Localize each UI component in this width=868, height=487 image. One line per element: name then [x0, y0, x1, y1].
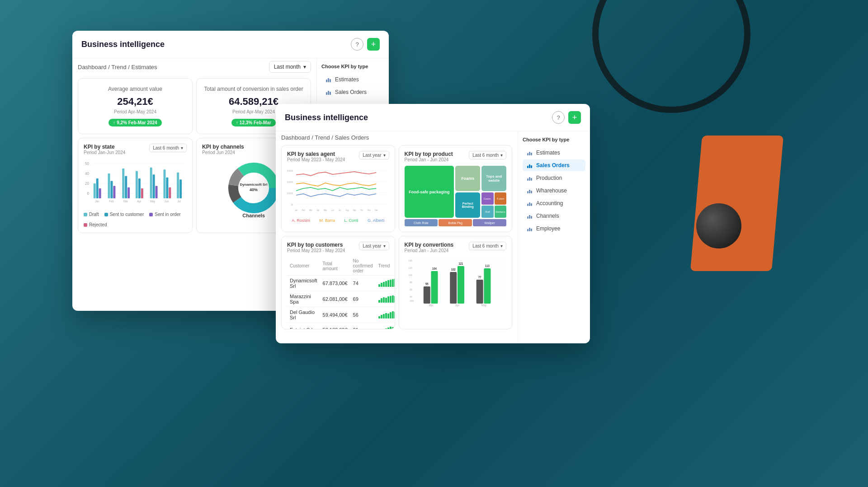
svg-rect-25 — [169, 187, 171, 198]
help-button-front[interactable]: ? — [552, 111, 565, 124]
svg-text:120: 120 — [408, 267, 412, 270]
sidebar-item-estimates[interactable]: Estimates — [523, 147, 585, 159]
svg-text:104: 104 — [432, 267, 437, 270]
help-button-back[interactable]: ? — [351, 38, 363, 51]
treemap-cosmetics: Cosm. — [481, 192, 493, 205]
svg-text:60.000€: 60.000€ — [287, 170, 293, 173]
svg-rect-93 — [394, 326, 395, 329]
kpi-state-legend: Draft Sent to customer Sent in order — [84, 212, 187, 227]
sidebar-item-channels[interactable]: Channels — [523, 210, 585, 222]
svg-rect-24 — [166, 178, 168, 198]
svg-rect-20 — [150, 168, 152, 198]
svg-text:Aug: Aug — [345, 209, 349, 212]
svg-text:0€: 0€ — [291, 204, 293, 206]
kpi-state-chart: 50 40 20 0 — [84, 159, 187, 208]
kpi-state-dropdown[interactable]: Last 6 month ▾ — [149, 144, 187, 152]
svg-rect-12 — [110, 181, 113, 199]
sidebar-item-production[interactable]: Production — [523, 172, 585, 184]
kpi-agent-dropdown[interactable]: Last year ▾ — [359, 151, 389, 159]
svg-text:113: 113 — [485, 264, 490, 267]
customers-table: Customer Total amount No confirmed order… — [287, 257, 395, 329]
window-front-main: Dashboard / Trend / Sales Orders KPI by … — [276, 131, 518, 343]
svg-text:Jun: Jun — [331, 209, 334, 212]
svg-rect-82 — [387, 314, 389, 318]
sidebar-front: Choose KPI by type Estimates Sales Order… — [518, 131, 590, 343]
svg-rect-72 — [383, 297, 385, 303]
svg-text:Feb: Feb — [302, 209, 305, 212]
sidebar-item-wharehouse[interactable]: Wharehouse — [523, 185, 585, 197]
svg-text:May: May — [481, 303, 486, 307]
svg-text:121: 121 — [458, 262, 463, 265]
svg-text:Mar: Mar — [309, 209, 312, 212]
svg-rect-92 — [392, 327, 394, 329]
kpi-customers-dropdown[interactable]: Last year ▾ — [359, 242, 389, 250]
sidebar-item-employee[interactable]: Employee — [523, 223, 585, 234]
legend-sent-order: Sent in order — [149, 212, 180, 217]
svg-rect-84 — [392, 311, 394, 318]
svg-text:40: 40 — [410, 295, 412, 299]
svg-rect-112 — [457, 266, 464, 304]
svg-rect-79 — [381, 315, 382, 318]
svg-rect-17 — [136, 171, 138, 199]
svg-text:Jan: Jan — [95, 199, 99, 202]
svg-rect-71 — [381, 298, 382, 303]
svg-rect-15 — [125, 176, 127, 199]
window-back-actions: ? + — [351, 38, 380, 51]
svg-text:50: 50 — [85, 161, 89, 166]
sidebar-item-sales[interactable]: Sales Orders — [523, 159, 585, 171]
production-icon — [526, 175, 533, 181]
treemap-stickers: Stickers — [495, 206, 506, 218]
svg-rect-115 — [476, 280, 483, 304]
svg-text:Mar: Mar — [123, 199, 128, 202]
convertions-chart: 140 120 100 80 60 40 20 5 — [405, 257, 507, 311]
svg-text:102: 102 — [451, 267, 455, 271]
svg-text:Nov: Nov — [368, 209, 371, 212]
treemap-food: Food-safe packaging — [405, 166, 454, 218]
svg-text:Dec: Dec — [375, 209, 378, 212]
treemap-tops: Tops and saddle — [481, 166, 506, 191]
svg-rect-65 — [385, 281, 387, 287]
svg-text:Jul: Jul — [339, 209, 341, 212]
window-back-title: Business intelligence — [81, 40, 165, 49]
svg-text:May: May — [150, 199, 156, 203]
treemap-binding: Perfect Binding — [455, 192, 480, 218]
svg-rect-10 — [99, 188, 101, 198]
add-button-back[interactable]: + — [367, 38, 380, 51]
table-row: Marazzini Spa 62.081,00€ 69 — [287, 291, 395, 307]
svg-rect-83 — [390, 312, 392, 318]
product-treemap: Food-safe packaging Foams Tops and saddl… — [405, 166, 507, 218]
svg-rect-14 — [122, 169, 124, 198]
treemap-cloth: Cloth Role — [405, 219, 438, 226]
sidebar-item-sales-back[interactable]: Sales Orders — [321, 86, 384, 98]
kpi-sales-agent-card: KPI by sales agent Period May 2023 - May… — [281, 145, 395, 232]
svg-rect-111 — [450, 272, 457, 304]
kpi-convertions-card: KPI by convertions Period Jan - Jun 2024… — [399, 236, 513, 329]
svg-text:77: 77 — [478, 275, 481, 279]
window-back-header: Business intelligence ? + — [72, 31, 389, 58]
kpi-product-dropdown[interactable]: Last 6 month ▾ — [469, 151, 506, 159]
svg-text:Dynamicsoft Srl: Dynamicsoft Srl — [240, 183, 268, 187]
sidebar-item-accounting[interactable]: Accounting — [523, 197, 585, 209]
kpi-top-customers-card: KPI by top customers Period May 2023 - M… — [281, 236, 395, 329]
svg-rect-9 — [96, 178, 99, 198]
breadcrumb-back: Dashboard / Trend / Estimates — [78, 64, 157, 70]
svg-rect-107 — [423, 286, 430, 304]
svg-rect-73 — [385, 298, 387, 303]
accounting-icon — [526, 200, 533, 206]
add-button-front[interactable]: + — [568, 111, 581, 124]
svg-rect-81 — [385, 313, 387, 318]
breadcrumb-front: Dashboard / Trend / Sales Orders — [281, 134, 369, 141]
svg-rect-18 — [138, 178, 141, 198]
period-dropdown-back[interactable]: Last month ▾ — [269, 61, 311, 73]
svg-text:20.000€: 20.000€ — [287, 192, 293, 195]
svg-text:100: 100 — [408, 274, 412, 277]
window-front: Business intelligence ? + Dashboard / Tr… — [276, 104, 590, 343]
kpi-convertions-dropdown[interactable]: Last 6 month ▾ — [469, 242, 506, 250]
wharehouse-icon — [526, 187, 533, 194]
metric-badge-avg: ↑ 9,2% Feb-Mar 2024 — [108, 119, 161, 126]
svg-text:20: 20 — [85, 181, 89, 186]
svg-text:Apr: Apr — [137, 199, 141, 203]
sidebar-item-estimates-back[interactable]: Estimates — [321, 74, 384, 85]
svg-rect-77 — [394, 296, 395, 303]
svg-rect-91 — [390, 327, 392, 329]
